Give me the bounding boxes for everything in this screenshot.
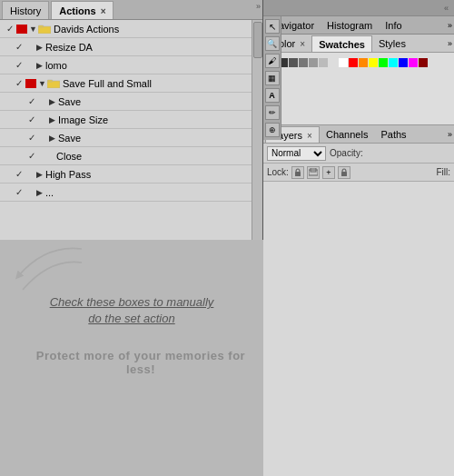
tab-color-close[interactable]: × <box>300 39 305 49</box>
tool-text[interactable]: A <box>265 88 280 103</box>
check-9[interactable]: ✓ <box>13 169 25 179</box>
fill-label: Fill: <box>436 167 450 177</box>
tool-pen[interactable]: ✏ <box>265 105 280 120</box>
swatch[interactable] <box>339 58 348 67</box>
red-icon-4 <box>25 79 36 88</box>
action-label-3: lomo <box>45 60 67 71</box>
play-icon-5[interactable]: ▶ <box>49 97 56 106</box>
action-row-high-pass[interactable]: ✓ ▶ High Pass <box>0 165 262 183</box>
actions-tab-bar: History Actions × » <box>0 0 262 20</box>
panel-resize-btn[interactable]: » <box>256 2 261 11</box>
swatch[interactable] <box>289 58 298 67</box>
tab-styles[interactable]: Styles <box>372 35 412 52</box>
color-panel-content <box>263 53 454 125</box>
red-icon-1 <box>16 25 27 34</box>
right-collapse-btn[interactable]: « <box>442 3 450 14</box>
tab-layers-close[interactable]: × <box>307 131 312 141</box>
layers-lock-row: Lock: + Fill: <box>263 164 454 182</box>
swatch[interactable] <box>399 58 408 67</box>
color-tabs-row: Color × Swatches Styles » <box>263 35 454 53</box>
blend-mode-select[interactable]: Normal <box>267 146 326 161</box>
tool-gradient[interactable]: ▦ <box>265 71 280 85</box>
swatch[interactable] <box>409 58 418 67</box>
action-row-lomo[interactable]: ✓ ▶ lomo <box>0 56 262 74</box>
folder-icon-1 <box>38 24 51 34</box>
play-icon-6[interactable]: ▶ <box>49 115 56 124</box>
expand-icon-1[interactable]: ▼ <box>29 25 36 34</box>
tab-channels[interactable]: Channels <box>320 126 374 143</box>
right-panel: « Navigator Histogram Info » Color × Swa… <box>263 0 454 476</box>
tab-swatches[interactable]: Swatches <box>311 35 372 52</box>
right-side-toolbar: ↖ 🔍 🖌 ▦ A ✏ ⊕ <box>263 16 281 140</box>
color-panel-menu[interactable]: » <box>448 39 452 48</box>
tab-actions-label: Actions <box>59 5 95 16</box>
lock-all-btn[interactable] <box>338 166 350 179</box>
action-row-more[interactable]: ✓ ▶ ... <box>0 183 262 202</box>
action-label-8: Close <box>56 151 82 162</box>
expand-icon-4[interactable]: ▼ <box>38 79 45 88</box>
tab-actions-close[interactable]: × <box>101 6 106 16</box>
check-8[interactable]: ✓ <box>25 151 38 161</box>
lock-image-btn[interactable] <box>307 166 320 179</box>
tab-history[interactable]: History <box>2 1 49 19</box>
play-icon-10[interactable]: ▶ <box>36 188 44 197</box>
lock-label: Lock: <box>267 167 289 177</box>
check-5[interactable]: ✓ <box>25 96 38 106</box>
swatch[interactable] <box>379 58 388 67</box>
layers-panel-menu[interactable]: » <box>448 130 452 139</box>
action-label-6: Image Size <box>58 114 108 125</box>
swatch[interactable] <box>329 58 338 67</box>
lock-transparent-btn[interactable] <box>291 166 304 179</box>
action-label-10: ... <box>45 187 54 198</box>
swatch[interactable] <box>319 58 328 67</box>
check-4[interactable]: ✓ <box>13 78 25 88</box>
svg-rect-6 <box>295 172 301 176</box>
svg-rect-1 <box>38 25 44 27</box>
play-icon-9[interactable]: ▶ <box>36 170 44 179</box>
swatch[interactable] <box>419 58 428 67</box>
action-row-save2[interactable]: ✓ ▶ Save <box>0 129 262 147</box>
action-label-9: High Pass <box>45 169 91 180</box>
action-row-save1[interactable]: ✓ ▶ Save <box>0 93 262 111</box>
check-3[interactable]: ✓ <box>13 60 25 70</box>
tool-brush[interactable]: 🖌 <box>265 54 280 68</box>
check-6[interactable]: ✓ <box>25 114 38 124</box>
swatch[interactable] <box>369 58 378 67</box>
instruction-area: Check these boxes to manually do the set… <box>0 240 263 476</box>
action-row-resize-da[interactable]: ✓ ▶ Resize DA <box>0 38 262 56</box>
action-label-1: Davids Actions <box>54 24 119 35</box>
tab-info[interactable]: Info <box>379 17 408 34</box>
tab-histogram[interactable]: Histogram <box>321 17 379 34</box>
play-icon-7[interactable]: ▶ <box>49 134 56 143</box>
action-row-save-full[interactable]: ✓ ▼ Save Full and Small <box>0 74 262 93</box>
check-10[interactable]: ✓ <box>13 187 25 197</box>
play-icon-3[interactable]: ▶ <box>36 61 44 70</box>
tool-select[interactable]: ↖ <box>265 19 280 34</box>
tab-actions[interactable]: Actions × <box>51 1 114 19</box>
action-row-davids-actions[interactable]: ✓ ▼ Davids Actions <box>0 20 262 38</box>
opacity-label: Opacity: <box>330 148 363 158</box>
swatch[interactable] <box>349 58 358 67</box>
annotation-arrows <box>9 240 118 312</box>
swatch[interactable] <box>359 58 368 67</box>
nav-panel-menu[interactable]: » <box>448 21 452 30</box>
right-top-bar: « <box>263 0 454 16</box>
check-1[interactable]: ✓ <box>4 24 16 34</box>
tool-zoom[interactable]: ⊕ <box>265 123 280 137</box>
action-label-7: Save <box>58 133 81 144</box>
check-7[interactable]: ✓ <box>25 133 38 143</box>
tool-eyedrop[interactable]: 🔍 <box>265 36 280 51</box>
play-icon-2[interactable]: ▶ <box>36 43 44 52</box>
action-row-image-size[interactable]: ✓ ▶ Image Size <box>0 111 262 129</box>
scrollbar-thumb[interactable] <box>253 22 262 58</box>
folder-icon-4 <box>47 78 60 88</box>
check-2[interactable]: ✓ <box>13 42 25 52</box>
swatch[interactable] <box>299 58 308 67</box>
swatch[interactable] <box>309 58 318 67</box>
swatch[interactable] <box>389 58 398 67</box>
layers-options: Normal Opacity: <box>263 144 454 164</box>
actions-list: ✓ ▼ Davids Actions ✓ ▶ Resize DA <box>0 20 262 202</box>
lock-position-btn[interactable]: + <box>322 166 335 179</box>
tab-paths[interactable]: Paths <box>374 126 412 143</box>
action-row-close[interactable]: ✓ Close <box>0 147 262 165</box>
